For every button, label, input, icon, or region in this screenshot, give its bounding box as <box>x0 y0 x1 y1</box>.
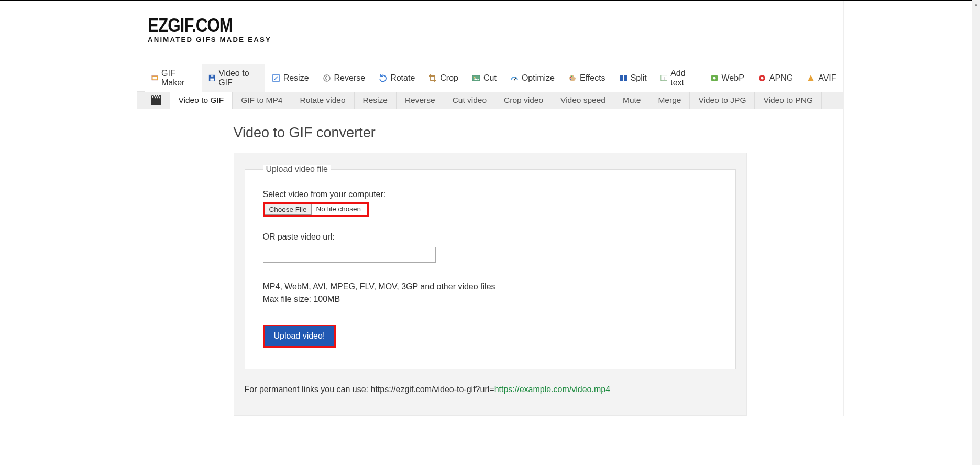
picture-icon <box>472 74 480 82</box>
permalink-hint: For permanent links you can use: https:/… <box>245 385 736 394</box>
upload-legend: Upload video file <box>263 165 331 174</box>
avif-icon <box>807 74 815 82</box>
nav-cut[interactable]: Cut <box>465 64 503 92</box>
sub-crop-video[interactable]: Crop video <box>495 92 552 109</box>
svg-point-9 <box>570 77 571 78</box>
nav-rotate[interactable]: Rotate <box>372 64 422 92</box>
nav-label: Split <box>631 73 647 83</box>
sub-cut-video[interactable]: Cut video <box>444 92 495 109</box>
help-text: MP4, WebM, AVI, MPEG, FLV, MOV, 3GP and … <box>263 280 718 306</box>
file-chooser[interactable]: Choose File No file chosen <box>263 202 369 217</box>
sub-video-to-gif[interactable]: Video to GIF <box>170 92 233 109</box>
svg-point-10 <box>571 76 572 77</box>
nav-add-text[interactable]: T Add text <box>654 64 703 92</box>
svg-rect-12 <box>620 75 623 81</box>
nav-label: Cut <box>483 73 497 83</box>
nav-label: WebP <box>722 73 744 83</box>
text-icon: T <box>660 74 667 82</box>
sub-merge[interactable]: Merge <box>649 92 690 109</box>
sub-reverse[interactable]: Reverse <box>397 92 444 109</box>
select-file-label: Select video from your computer: <box>263 190 718 199</box>
logo-subtitle: ANIMATED GIFS MADE EASY <box>148 36 907 44</box>
disk-icon <box>208 74 216 82</box>
upload-fieldset: Upload video file Select video from your… <box>245 165 736 369</box>
maxsize-help: Max file size: 100MB <box>263 293 718 306</box>
nav-label: GIF Maker <box>161 69 195 88</box>
nav-crop[interactable]: Crop <box>422 64 465 92</box>
file-chosen-status: No file chosen <box>312 204 368 215</box>
or-paste-label: OR paste video url: <box>263 232 718 242</box>
nav-label: Resize <box>283 73 309 83</box>
upload-button-highlight: Upload video! <box>263 325 336 348</box>
split-icon <box>619 74 627 82</box>
nav-label: APNG <box>769 73 793 83</box>
nav-secondary: Video to GIF GIF to MP4 Rotate video Res… <box>137 92 843 109</box>
nav-reverse[interactable]: Reverse <box>316 64 372 92</box>
choose-file-button[interactable]: Choose File <box>265 204 312 215</box>
nav-label: Effects <box>580 73 605 83</box>
palette-icon <box>568 74 577 82</box>
resize-icon <box>272 74 280 82</box>
scrollbar-track[interactable]: ▲ <box>972 0 980 416</box>
upload-video-button[interactable]: Upload video! <box>265 326 335 346</box>
sub-gif-to-mp4[interactable]: GIF to MP4 <box>233 92 291 109</box>
svg-point-6 <box>324 75 330 81</box>
nav-label: Optimize <box>522 73 555 83</box>
nav-video-to-gif[interactable]: Video to GIF <box>202 64 265 92</box>
sub-resize[interactable]: Resize <box>355 92 397 109</box>
svg-text:T: T <box>663 75 665 81</box>
svg-point-8 <box>474 77 475 79</box>
nav-label: Add text <box>670 69 696 88</box>
sub-video-to-jpg[interactable]: Video to JPG <box>690 92 755 109</box>
film-icon <box>151 74 158 82</box>
sub-rotate-video[interactable]: Rotate video <box>291 92 354 109</box>
svg-rect-1 <box>152 77 157 79</box>
upload-panel: Upload video file Select video from your… <box>234 153 747 416</box>
nav-apng[interactable]: APNG <box>751 64 800 92</box>
apng-icon <box>758 74 766 82</box>
nav-label: AVIF <box>818 73 836 83</box>
svg-rect-4 <box>211 75 213 77</box>
svg-point-19 <box>761 77 763 80</box>
reverse-icon <box>323 74 331 82</box>
svg-rect-3 <box>210 78 214 80</box>
webp-icon <box>710 74 719 82</box>
logo[interactable]: EZGIF.COM ANIMATED GIFS MADE EASY <box>137 14 843 49</box>
svg-rect-20 <box>151 98 161 105</box>
nav-optimize[interactable]: Optimize <box>503 64 561 92</box>
crop-icon <box>428 74 437 82</box>
permalink-prefix: For permanent links you can use: https:/… <box>245 385 494 394</box>
svg-rect-13 <box>624 75 627 81</box>
rotate-icon <box>379 74 387 82</box>
nav-webp[interactable]: WebP <box>703 64 751 92</box>
nav-resize[interactable]: Resize <box>265 64 316 92</box>
gauge-icon <box>510 74 519 82</box>
nav-label: Reverse <box>334 73 366 83</box>
formats-help: MP4, WebM, AVI, MPEG, FLV, MOV, 3GP and … <box>263 280 718 293</box>
sub-video-speed[interactable]: Video speed <box>552 92 614 109</box>
logo-title: EZGIF.COM <box>148 14 873 37</box>
scroll-up-arrow-icon[interactable]: ▲ <box>972 0 980 8</box>
page-title: Video to GIF converter <box>234 125 747 141</box>
video-url-input[interactable] <box>263 247 436 263</box>
nav-avif[interactable]: AVIF <box>800 64 843 92</box>
nav-gif-maker[interactable]: GIF Maker <box>145 64 202 92</box>
nav-label: Video to GIF <box>218 69 258 88</box>
main-content: Video to GIF converter Upload video file… <box>234 109 747 416</box>
svg-point-11 <box>570 79 571 80</box>
permalink-example-link[interactable]: https://example.com/video.mp4 <box>494 385 610 394</box>
nav-split[interactable]: Split <box>612 64 654 92</box>
nav-label: Crop <box>440 73 458 83</box>
nav-label: Rotate <box>390 73 415 83</box>
clapboard-icon <box>145 92 170 109</box>
nav-effects[interactable]: Effects <box>561 64 612 92</box>
sub-video-to-png[interactable]: Video to PNG <box>755 92 822 109</box>
svg-point-17 <box>713 77 715 80</box>
nav-primary: GIF Maker Video to GIF Resize Reverse Ro… <box>137 63 843 92</box>
sub-mute[interactable]: Mute <box>614 92 649 109</box>
